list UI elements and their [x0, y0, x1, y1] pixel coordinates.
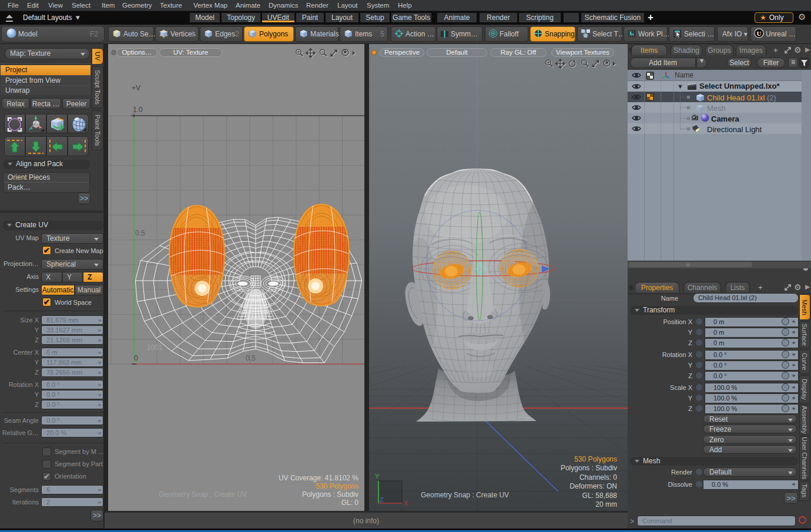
- svg-text:X: X: [404, 500, 408, 507]
- svg-text:U: U: [757, 30, 762, 37]
- svg-text:Z: Z: [380, 496, 384, 503]
- svg-text:Y: Y: [375, 473, 380, 480]
